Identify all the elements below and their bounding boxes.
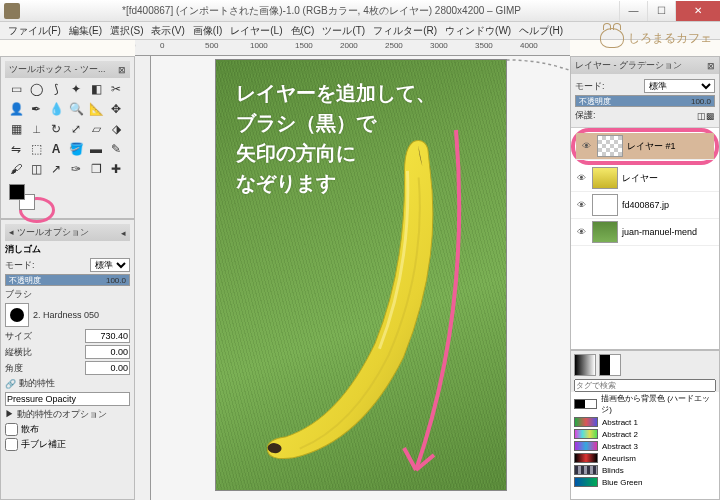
menu-item[interactable]: ウィンドウ(W): [441, 24, 515, 38]
tool-color-picker[interactable]: 💧: [47, 100, 65, 118]
menu-item[interactable]: 画像(I): [189, 24, 226, 38]
layer-row[interactable]: 👁 レイヤー: [571, 165, 719, 192]
dynamics-expand[interactable]: ▶ 動的特性のオプション: [5, 408, 130, 421]
menu-item[interactable]: 表示(V): [147, 24, 188, 38]
tool-perspective[interactable]: ⬗: [107, 120, 125, 138]
gradient-current[interactable]: [599, 354, 621, 376]
ratio-label: 縦横比: [5, 346, 85, 359]
tool-paintbrush[interactable]: 🖌: [7, 160, 25, 178]
menu-item[interactable]: 色(C): [287, 24, 319, 38]
opacity-slider[interactable]: 不透明度100.0: [5, 274, 130, 286]
visibility-icon[interactable]: 👁: [579, 141, 593, 151]
gradient-preview[interactable]: [574, 354, 596, 376]
mode-select[interactable]: 標準: [90, 258, 130, 272]
layer-opacity-slider[interactable]: 不透明度100.0: [575, 95, 715, 107]
ruler-horizontal: -100005001000150020002500300035004000: [135, 40, 570, 56]
menu-item[interactable]: ツール(T): [318, 24, 369, 38]
layer-row[interactable]: 👁 fd400867.jp: [571, 192, 719, 219]
menu-item[interactable]: 編集(E): [65, 24, 106, 38]
tool-zoom[interactable]: 🔍: [67, 100, 85, 118]
panel-close-icon[interactable]: ⊠: [118, 65, 126, 75]
layer-mode-select[interactable]: 標準: [644, 79, 715, 93]
angle-input[interactable]: [85, 361, 130, 375]
tool-heal[interactable]: ✚: [107, 160, 125, 178]
gradient-item[interactable]: 描画色から背景色 (ハードエッジ): [571, 392, 719, 416]
tool-free-select[interactable]: ⟆: [47, 80, 65, 98]
gradient-item[interactable]: Abstract 3: [571, 440, 719, 452]
current-tool-name: 消しゴム: [5, 243, 130, 256]
panel-close-icon[interactable]: ⊠: [707, 61, 715, 71]
tool-fuzzy-select[interactable]: ✦: [67, 80, 85, 98]
gradient-search[interactable]: [574, 379, 716, 392]
tool-align[interactable]: ▦: [7, 120, 25, 138]
visibility-icon[interactable]: 👁: [574, 200, 588, 210]
lock-label: 保護:: [575, 109, 697, 122]
tool-shear[interactable]: ▱: [87, 120, 105, 138]
tool-pencil[interactable]: ✎: [107, 140, 125, 158]
tool-rect-select[interactable]: ▭: [7, 80, 25, 98]
gradient-item[interactable]: Aneurism: [571, 452, 719, 464]
tool-scale[interactable]: ⤢: [67, 120, 85, 138]
lock-pixels-icon[interactable]: ◫: [697, 111, 706, 121]
brush-label: ブラシ: [5, 288, 130, 301]
layer-mode-label: モード:: [575, 80, 644, 93]
ratio-input[interactable]: [85, 345, 130, 359]
lock-alpha-icon[interactable]: ▩: [706, 111, 715, 121]
menu-item[interactable]: レイヤー(L): [226, 24, 286, 38]
window-title: *[fd400867] (インポートされた画像)-1.0 (RGBカラー, 4枚…: [24, 4, 619, 18]
layer-name: juan-manuel-mend: [622, 227, 697, 237]
tool-eraser[interactable]: ◫: [27, 160, 45, 178]
tool-measure[interactable]: 📐: [87, 100, 105, 118]
gradient-item[interactable]: Blinds: [571, 464, 719, 476]
scatter-checkbox[interactable]: [5, 423, 18, 436]
layer-row[interactable]: 👁 レイヤー #1: [576, 133, 714, 160]
tool-bucket[interactable]: 🪣: [67, 140, 85, 158]
tool-clone[interactable]: ❐: [87, 160, 105, 178]
visibility-icon[interactable]: 👁: [574, 173, 588, 183]
menu-item[interactable]: ファイル(F): [4, 24, 65, 38]
visibility-icon[interactable]: 👁: [574, 227, 588, 237]
maximize-button[interactable]: ☐: [647, 1, 675, 21]
gradient-item[interactable]: Blue Green: [571, 476, 719, 488]
canvas[interactable]: レイヤーを追加して、ブラシ（黒）で矢印の方向になぞります: [216, 60, 506, 490]
tool-blend[interactable]: ▬: [87, 140, 105, 158]
tool-flip[interactable]: ⇋: [7, 140, 25, 158]
menu-item[interactable]: ヘルプ(H): [515, 24, 567, 38]
tool-grid: ▭ ◯ ⟆ ✦ ◧ ✂ 👤 ✒ 💧 🔍 📐 ✥ ▦ ⟂ ↻ ⤢ ▱ ⬗ ⇋ ⬚: [5, 78, 130, 180]
color-swatch[interactable]: [9, 184, 35, 210]
angle-label: 角度: [5, 362, 85, 375]
size-label: サイズ: [5, 330, 85, 343]
layer-row[interactable]: 👁 juan-manuel-mend: [571, 219, 719, 246]
app-icon: [4, 3, 20, 19]
toolbox-title: ツールボックス - ツー...: [9, 63, 106, 76]
dynamics-input[interactable]: [5, 392, 130, 406]
dynamics-label: 動的特性: [19, 377, 130, 390]
gradient-item[interactable]: Abstract 1: [571, 416, 719, 428]
tool-cage[interactable]: ⬚: [27, 140, 45, 158]
tool-ink[interactable]: ✑: [67, 160, 85, 178]
layer-name: レイヤー #1: [627, 140, 676, 153]
tool-paths[interactable]: ✒: [27, 100, 45, 118]
gradient-item[interactable]: Abstract 2: [571, 428, 719, 440]
layer-thumb: [597, 135, 623, 157]
close-button[interactable]: ✕: [675, 1, 720, 21]
tool-crop[interactable]: ⟂: [27, 120, 45, 138]
tool-color-select[interactable]: ◧: [87, 80, 105, 98]
tool-move[interactable]: ✥: [107, 100, 125, 118]
layer-thumb: [592, 167, 618, 189]
tool-foreground[interactable]: 👤: [7, 100, 25, 118]
menu-item[interactable]: 選択(S): [106, 24, 147, 38]
size-input[interactable]: [85, 329, 130, 343]
tool-ellipse-select[interactable]: ◯: [27, 80, 45, 98]
brush-preview[interactable]: [5, 303, 29, 327]
layer-name: レイヤー: [622, 172, 658, 185]
jitter-checkbox[interactable]: [5, 438, 18, 451]
layer-thumb: [592, 194, 618, 216]
tool-scissors[interactable]: ✂: [107, 80, 125, 98]
menu-item[interactable]: フィルター(R): [369, 24, 441, 38]
tool-rotate[interactable]: ↻: [47, 120, 65, 138]
tool-airbrush[interactable]: ↗: [47, 160, 65, 178]
tool-text[interactable]: A: [47, 140, 65, 158]
minimize-button[interactable]: —: [619, 1, 647, 21]
panel-menu-icon[interactable]: ◂: [121, 228, 126, 238]
